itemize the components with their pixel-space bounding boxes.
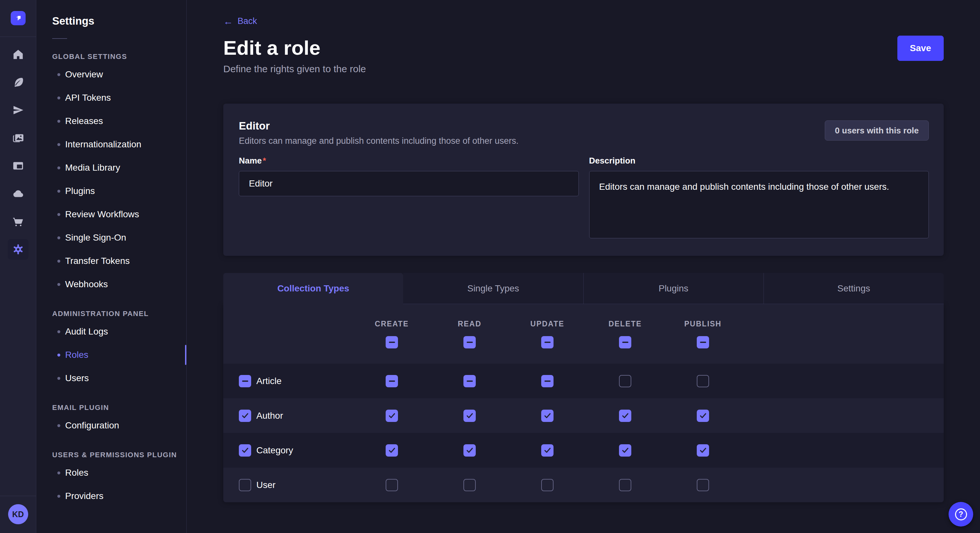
sidebar-item-roles[interactable]: Roles [52, 461, 186, 484]
permission-cell [353, 479, 431, 491]
back-link[interactable]: ← Back [223, 16, 257, 26]
help-button[interactable]: ? [948, 502, 973, 527]
rail-item-marketplace[interactable] [8, 211, 29, 232]
sidebar-item-internationalization[interactable]: Internationalization [52, 133, 186, 156]
select-all-publish-checkbox[interactable] [697, 336, 709, 348]
sidebar-item-label: Users [65, 373, 89, 383]
sidebar-item-providers[interactable]: Providers [52, 484, 186, 508]
user-update-checkbox[interactable] [541, 479, 554, 491]
sidebar-item-transfer-tokens[interactable]: Transfer Tokens [52, 249, 186, 273]
column-label-delete: DELETE [609, 320, 642, 328]
category-update-checkbox[interactable] [541, 444, 554, 457]
permission-row-user: User [223, 468, 944, 502]
sidebar-item-users[interactable]: Users [52, 366, 186, 390]
user-create-checkbox[interactable] [386, 479, 398, 491]
sidebar-section-label: USERS & PERMISSIONS PLUGIN [52, 451, 186, 459]
rail-item-media-library[interactable] [8, 128, 29, 148]
sidebar-item-api-tokens[interactable]: API Tokens [52, 86, 186, 109]
author-create-checkbox[interactable] [386, 409, 398, 422]
sidebar-item-label: Webhooks [65, 279, 108, 289]
user-read-checkbox[interactable] [463, 479, 476, 491]
user-publish-checkbox[interactable] [697, 479, 709, 491]
tab-single-types[interactable]: Single Types [403, 273, 583, 304]
select-all-read-checkbox[interactable] [463, 336, 476, 348]
author-update-checkbox[interactable] [541, 409, 554, 422]
sidebar-item-label: Transfer Tokens [65, 256, 130, 266]
role-card: Editor Editors can manage and publish co… [223, 104, 944, 256]
column-label-publish: PUBLISH [684, 320, 722, 328]
rail-item-releases[interactable] [8, 100, 29, 121]
author-publish-checkbox[interactable] [697, 409, 709, 422]
description-field-group: Description Editors can manage and publi… [589, 156, 929, 240]
save-button[interactable]: Save [897, 36, 944, 61]
column-label-create: CREATE [375, 320, 409, 328]
rail-item-content-type-builder[interactable] [8, 155, 29, 176]
back-row: ← Back [223, 0, 944, 26]
permission-cell [509, 375, 586, 387]
column-label-update: UPDATE [530, 320, 565, 328]
indeterminate-dash [544, 342, 550, 343]
indeterminate-dash [467, 381, 473, 382]
avatar[interactable]: KD [8, 504, 28, 524]
sidebar-section-label: GLOBAL SETTINGS [52, 52, 186, 61]
category-read-checkbox[interactable] [463, 444, 476, 457]
select-all-update-checkbox[interactable] [541, 336, 554, 348]
sidebar-item-webhooks[interactable]: Webhooks [52, 273, 186, 296]
sidebar-item-releases[interactable]: Releases [52, 109, 186, 133]
sidebar-item-single-sign-on[interactable]: Single Sign-On [52, 226, 186, 249]
name-input[interactable] [239, 171, 579, 196]
tab-plugins[interactable]: Plugins [583, 273, 764, 304]
sidebar-item-audit-logs[interactable]: Audit Logs [52, 320, 186, 343]
sidebar-item-overview[interactable]: Overview [52, 63, 186, 86]
name-label: Name* [239, 156, 579, 166]
sidebar-sections: GLOBAL SETTINGSOverviewAPI TokensRelease… [52, 52, 186, 508]
sidebar-item-media-library[interactable]: Media Library [52, 156, 186, 179]
sidebar-item-plugins[interactable]: Plugins [52, 179, 186, 203]
rail-item-home[interactable] [8, 44, 29, 65]
select-row-author-checkbox[interactable] [239, 409, 251, 422]
row-label: Category [256, 445, 293, 455]
indeterminate-dash [389, 342, 395, 343]
author-delete-checkbox[interactable] [619, 409, 631, 422]
select-row-article-checkbox[interactable] [239, 375, 251, 387]
sidebar-item-label: Releases [65, 116, 103, 126]
sidebar-item-label: Review Workflows [65, 209, 139, 219]
row-label: User [256, 480, 275, 490]
sidebar-item-label: Audit Logs [65, 327, 108, 337]
rail-item-content-manager[interactable] [8, 72, 29, 93]
select-all-delete-checkbox[interactable] [619, 336, 631, 348]
article-delete-checkbox[interactable] [619, 375, 631, 387]
permissions-section: Collection TypesSingle TypesPluginsSetti… [223, 273, 944, 502]
sidebar-item-review-workflows[interactable]: Review Workflows [52, 203, 186, 226]
article-read-checkbox[interactable] [463, 375, 476, 387]
category-delete-checkbox[interactable] [619, 444, 631, 457]
user-delete-checkbox[interactable] [619, 479, 631, 491]
category-publish-checkbox[interactable] [697, 444, 709, 457]
sidebar-item-configuration[interactable]: Configuration [52, 414, 186, 437]
permission-row-author: Author [223, 398, 944, 433]
category-create-checkbox[interactable] [386, 444, 398, 457]
permission-cell [431, 375, 509, 387]
article-create-checkbox[interactable] [386, 375, 398, 387]
strapi-logo[interactable] [11, 11, 25, 25]
sidebar-section: GLOBAL SETTINGSOverviewAPI TokensRelease… [52, 52, 186, 296]
article-publish-checkbox[interactable] [697, 375, 709, 387]
author-read-checkbox[interactable] [463, 409, 476, 422]
users-with-role-badge[interactable]: 0 users with this role [825, 121, 929, 141]
sidebar-item-list: Configuration [52, 414, 186, 437]
article-update-checkbox[interactable] [541, 375, 554, 387]
select-all-create-checkbox[interactable] [386, 336, 398, 348]
description-textarea[interactable]: Editors can manage and publish contents … [589, 171, 929, 238]
select-row-user-checkbox[interactable] [239, 479, 251, 491]
permission-cell [586, 409, 664, 422]
back-label: Back [237, 16, 257, 26]
rail-bottom: KD [0, 496, 36, 533]
sidebar-item-roles[interactable]: Roles [52, 343, 186, 366]
rail-item-settings[interactable] [8, 239, 29, 260]
tab-settings[interactable]: Settings [764, 273, 944, 304]
sidebar-item-label: Roles [65, 468, 89, 478]
rail-item-cloud[interactable] [8, 183, 29, 204]
tab-collection-types[interactable]: Collection Types [223, 273, 403, 304]
home-icon [12, 48, 24, 60]
select-row-category-checkbox[interactable] [239, 444, 251, 457]
